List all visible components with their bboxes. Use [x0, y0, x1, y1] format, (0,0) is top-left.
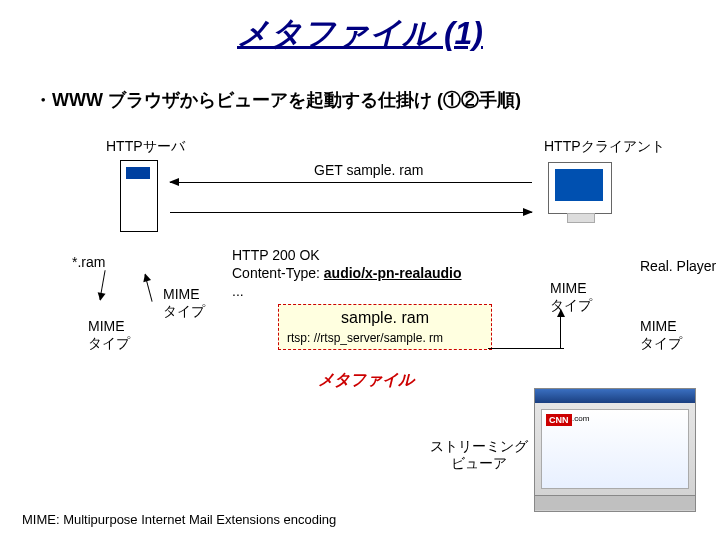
streaming-viewer-label: ストリーミング ビューア — [430, 438, 528, 472]
rtsp-url: rtsp: //rtsp_server/sample. rm — [287, 331, 483, 345]
mime-type-label-1: MIME タイプ — [163, 286, 205, 320]
player-controls — [535, 495, 695, 510]
http-response-block: HTTP 200 OK Content-Type: audio/x-pn-rea… — [232, 246, 462, 301]
server-icon — [120, 160, 158, 232]
response-content-type: Content-Type: audio/x-pn-realaudio — [232, 264, 462, 282]
get-request-label: GET sample. ram — [314, 162, 423, 178]
ct-value: audio/x-pn-realaudio — [324, 265, 462, 281]
slide-subtitle: ・WWW ブラウザからビューアを起動する仕掛け (①②手順) — [34, 88, 521, 112]
arrow-response — [170, 212, 532, 213]
player-titlebar — [535, 389, 695, 403]
arrow-metafile-to-client-v — [560, 310, 561, 348]
client-monitor-icon — [548, 162, 612, 214]
player-content: CNN .com — [541, 409, 689, 489]
realplayer-label: Real. Player — [640, 258, 716, 274]
ct-prefix: Content-Type: — [232, 265, 324, 281]
http-server-label: HTTPサーバ — [106, 138, 185, 156]
mime-type-label-2: MIME タイプ — [88, 318, 130, 352]
http-client-label: HTTPクライアント — [544, 138, 665, 156]
response-ellipsis: ... — [232, 282, 462, 300]
ram-extension-label: *.ram — [72, 254, 105, 270]
mime-footnote: MIME: Multipurpose Internet Mail Extensi… — [22, 512, 336, 527]
arrow-ram-to-mime — [99, 270, 105, 300]
arrow-get-request — [170, 182, 532, 183]
metafile-box: sample. ram rtsp: //rtsp_server/sample. … — [278, 304, 492, 350]
slide-title: メタファイル (1) — [0, 12, 720, 56]
realplayer-window: CNN .com — [534, 388, 696, 512]
arrow-mime-up — [144, 274, 152, 301]
cnn-logo: CNN — [546, 414, 572, 426]
cnn-dotcom: .com — [572, 414, 589, 423]
arrow-metafile-to-client-h — [488, 348, 564, 349]
metafile-callout: メタファイル — [318, 370, 414, 391]
response-status: HTTP 200 OK — [232, 246, 462, 264]
mime-type-label-4: MIME タイプ — [640, 318, 682, 352]
metafile-filename: sample. ram — [287, 309, 483, 327]
